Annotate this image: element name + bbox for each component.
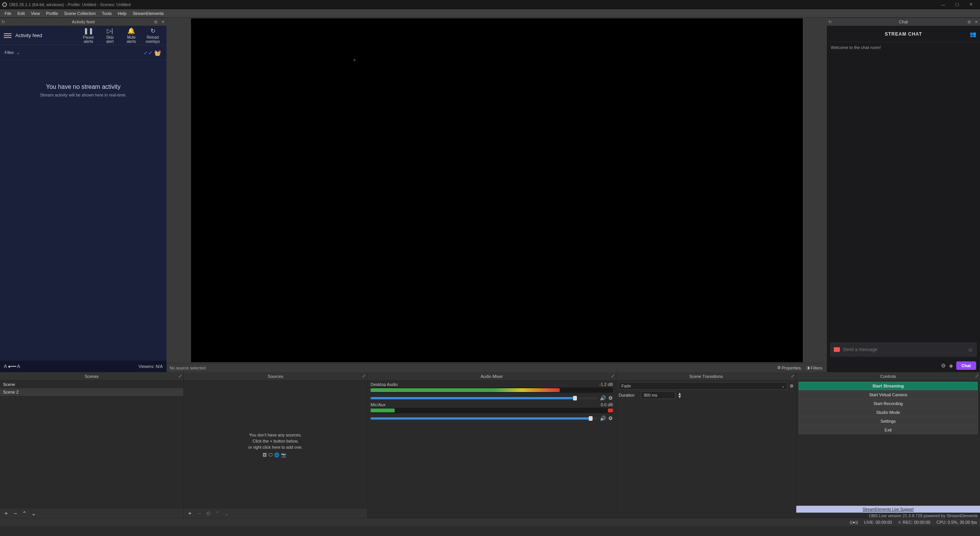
camera-icon: 📷 [281,452,288,457]
menu-streamelements[interactable]: StreamElements [129,11,167,16]
scene-down-button[interactable]: ⌄ [30,510,38,517]
globe-icon: 🌐 [274,452,281,457]
start-streaming-button[interactable]: Start Streaming [799,382,978,390]
chat-input[interactable] [843,347,965,352]
reload-overlays-label: Reloadoverlays [145,35,160,44]
sources-empty-line1: You don't have any sources. [248,431,303,438]
dock-popout-icon[interactable]: ⧉ [966,19,972,25]
users-icon[interactable]: 👥 [970,31,976,37]
source-settings-button[interactable]: ⚙ [204,510,212,517]
menu-file[interactable]: File [2,11,15,16]
mute-alerts-button[interactable]: 🔔Mutealerts [121,27,141,44]
dock-popout-icon[interactable]: ⤢ [975,374,978,379]
chat-send-button[interactable]: Chat [956,361,976,370]
support-link[interactable]: StreamElements Live Support [796,506,980,513]
pause-alerts-button[interactable]: ❚❚Pausealerts [78,27,98,44]
hamburger-icon[interactable] [4,33,11,38]
speaker-icon[interactable]: 🔊 [600,395,606,401]
chat-messages: Welcome to the chat room! [827,42,980,342]
dock-popout-icon[interactable]: ⤢ [611,374,614,379]
dock-close-icon[interactable]: ✕ [973,19,979,25]
filters-label: Filters [811,366,822,370]
status-live: LIVE: 00:00:00 [864,520,892,525]
obs-logo-icon [2,2,7,7]
studio-mode-button[interactable]: Studio Mode [799,408,978,417]
gear-icon: ⚙ [777,365,781,370]
chat-reload-icon[interactable]: ↻ [828,20,832,25]
duration-label: Duration [619,393,639,397]
properties-label: Properties [782,366,801,370]
dock-popout-icon[interactable]: ⤢ [791,374,794,379]
menu-profile[interactable]: Profile [43,11,61,16]
maximize-button[interactable]: ▢ [950,1,964,8]
chat-dock-title: Chat [899,20,908,24]
scene-item[interactable]: Scene 2 [0,388,183,396]
reload-icon[interactable]: ↻ [2,20,5,25]
sources-list[interactable]: You don't have any sources. Click the + … [184,381,367,508]
start-recording-button[interactable]: Start Recording [799,399,978,408]
menu-scene-collection[interactable]: Scene Collection [61,11,99,16]
transition-combo[interactable]: Fade⌄ [619,382,787,390]
start-virtual-camera-button[interactable]: Start Virtual Camera [799,391,978,399]
chat-points-icon[interactable]: ◈ [949,363,953,369]
pause-alerts-label: Pausealerts [83,35,94,44]
dock-popout-icon[interactable]: ⧉ [153,19,159,25]
duration-spinbox[interactable]: 300 ms [641,391,675,399]
dock-popout-icon[interactable]: ⤢ [178,374,182,379]
checkmarks-icon[interactable]: ✓✓ [144,50,153,56]
activity-empty-subtitle: Stream activity will be shown here in re… [40,93,126,97]
menu-tools[interactable]: Tools [99,11,115,16]
emoji-icon[interactable]: ☺ [968,346,973,353]
chevron-down-icon: ⌄ [781,384,785,389]
close-button[interactable]: ✕ [964,1,978,8]
reload-overlays-button[interactable]: ↻Reloadoverlays [143,27,163,44]
rec-dot-icon [898,521,901,524]
source-down-button[interactable]: ⌄ [223,510,230,517]
transitions-title: Scene Transitions [689,374,723,379]
preview-canvas[interactable]: ＋ [191,18,803,362]
properties-button[interactable]: ⚙Properties [776,365,802,370]
speaker-icon[interactable]: 🔊 [600,415,606,421]
remove-scene-button[interactable]: − [11,510,19,517]
skip-alert-button[interactable]: ▷|Skipalert [100,27,120,44]
status-cpu: CPU: 0.5%, 30.00 fps [936,520,977,525]
preview-area[interactable]: ＋ [167,18,827,363]
gear-icon[interactable]: ⚙ [608,395,613,401]
scenes-title: Scenes [85,374,99,379]
gear-icon[interactable]: ⚙ [608,415,613,421]
reload-overlays-icon: ↻ [150,27,155,34]
remove-source-button[interactable]: − [195,510,203,517]
basket-icon[interactable]: 🧺 [153,50,162,56]
volume-slider[interactable] [371,397,598,399]
scene-item[interactable]: Scene [0,381,183,388]
font-size-switch[interactable]: A ●━━ A [4,364,20,369]
filters-button[interactable]: ◑Filters [805,365,824,370]
filter-dropdown[interactable]: Filter ⌄ [5,50,20,55]
add-source-button[interactable]: ＋ [186,510,194,517]
activity-empty-title: You have no stream activity [46,83,121,90]
filters-icon: ◑ [806,365,810,370]
monitor-icon: 🖵 [268,452,274,457]
minimize-button[interactable]: — [936,1,950,8]
settings-button[interactable]: Settings [799,417,978,425]
stream-chat-title: STREAM CHAT [885,31,922,37]
volume-slider[interactable] [371,417,598,420]
chat-settings-icon[interactable]: ⚙ [941,363,946,369]
viewers-label: Viewers: N/A [139,364,163,369]
menu-view[interactable]: View [28,11,43,16]
exit-button[interactable]: Exit [799,426,978,434]
transition-settings-icon[interactable]: ⚙ [790,384,794,389]
version-label: OBS.Live version 21.3.8.729 powered by S… [796,513,980,518]
add-scene-button[interactable]: ＋ [2,510,10,517]
scene-up-button[interactable]: ⌃ [21,510,28,517]
duration-spin-buttons[interactable]: ▲▼ [678,392,682,398]
source-up-button[interactable]: ⌃ [214,510,221,517]
dock-close-icon[interactable]: ✕ [160,19,166,25]
track-db: 0.0 dB [601,402,613,407]
scenes-list[interactable]: Scene Scene 2 [0,381,183,508]
menu-edit[interactable]: Edit [15,11,28,16]
menu-help[interactable]: Help [115,11,130,16]
transition-selected: Fade [621,384,631,388]
dock-popout-icon[interactable]: ⤢ [362,374,366,379]
no-source-selected-label: No source selected [170,366,206,370]
